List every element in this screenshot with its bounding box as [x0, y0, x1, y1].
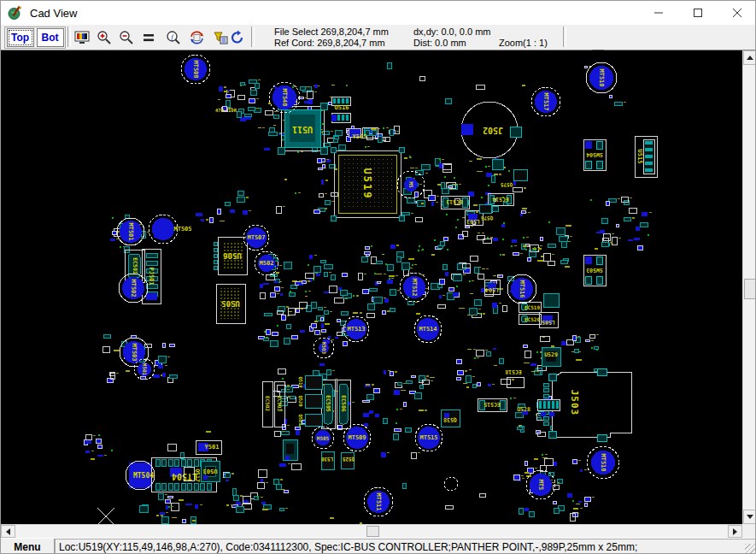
- board-part[interactable]: [286, 444, 294, 454]
- board-part[interactable]: [543, 293, 559, 307]
- component-EC506[interactable]: EC506: [340, 395, 347, 412]
- rotate-view-button[interactable]: [186, 27, 207, 47]
- component-MT516[interactable]: MT516: [507, 274, 536, 304]
- board-part[interactable]: [331, 147, 336, 152]
- horizontal-scrollbar[interactable]: [1, 524, 742, 539]
- component-L503[interactable]: L503: [466, 218, 480, 225]
- component-EC505[interactable]: EC505: [325, 395, 331, 412]
- board-part[interactable]: [541, 412, 546, 416]
- component-PJ501[interactable]: PJ501: [148, 267, 155, 285]
- board-part[interactable]: [203, 475, 208, 480]
- board-part[interactable]: [507, 377, 524, 387]
- board-part[interactable]: [549, 412, 554, 416]
- component-10R[interactable]: 10R: [228, 108, 237, 113]
- scroll-left-button[interactable]: [1, 525, 15, 538]
- board-part[interactable]: [552, 372, 631, 437]
- component-J503[interactable]: J503: [569, 390, 580, 416]
- component-MT512[interactable]: MT512: [400, 273, 429, 302]
- component-L504[interactable]: L504: [485, 286, 499, 293]
- component-EC514[interactable]: EC514: [492, 196, 509, 203]
- board-part[interactable]: [372, 130, 376, 135]
- close-button[interactable]: [718, 1, 756, 25]
- component-U506[interactable]: U506: [223, 251, 242, 260]
- component-MT508[interactable]: MT508: [181, 55, 210, 84]
- board-part[interactable]: [214, 242, 217, 269]
- component-Q519[interactable]: Q519: [298, 376, 303, 387]
- vertical-scroll-thumb[interactable]: [744, 279, 756, 299]
- board-part[interactable]: [305, 414, 322, 426]
- board-part[interactable]: [596, 276, 602, 284]
- component-EC501[interactable]: EC501: [132, 257, 138, 274]
- board-part[interactable]: [305, 375, 322, 389]
- component-U529[interactable]: U529: [544, 351, 558, 358]
- component-MT515[interactable]: MT515: [415, 424, 442, 451]
- resize-grip[interactable]: [745, 544, 756, 554]
- component-SW504[interactable]: SW504: [586, 151, 603, 158]
- component-Q525[interactable]: Q525: [342, 457, 355, 463]
- board-part[interactable]: [597, 434, 607, 441]
- board-part[interactable]: [537, 399, 560, 410]
- component-U528[interactable]: U528: [517, 406, 530, 413]
- component-MT507[interactable]: MT507: [243, 225, 269, 250]
- board-part[interactable]: [548, 431, 556, 438]
- component-L530[interactable]: L530: [320, 457, 333, 463]
- component-MT502[interactable]: MT502: [119, 274, 148, 303]
- top-view-button[interactable]: Top: [7, 28, 34, 47]
- component-MT518[interactable]: MT518: [587, 446, 619, 479]
- component-M502[interactable]: M502: [255, 251, 278, 275]
- pcb-board-view[interactable]: U511U516Y505U519J502U506U505PJ501EC501LT…: [1, 50, 742, 524]
- component-U511[interactable]: U511: [292, 125, 313, 134]
- component-Q517[interactable]: Q517: [194, 469, 201, 482]
- component-U519[interactable]: U519: [361, 168, 373, 200]
- component-EC502[interactable]: EC502: [265, 396, 271, 411]
- component-U516[interactable]: U516: [335, 104, 349, 111]
- component-Q521[interactable]: Q521: [298, 414, 303, 426]
- scroll-up-button[interactable]: [743, 50, 756, 65]
- component-M505[interactable]: M505: [312, 427, 334, 449]
- board-part[interactable]: [548, 374, 556, 380]
- board-part[interactable]: [597, 368, 607, 375]
- board-canvas[interactable]: U511U516Y505U519J502U506U505PJ501EC501LT…: [1, 50, 742, 524]
- component-EC520[interactable]: EC520: [525, 316, 540, 322]
- zoom-in-button[interactable]: [94, 27, 114, 47]
- board-part[interactable]: [320, 103, 327, 109]
- component-MT505[interactable]: MT505: [149, 215, 192, 244]
- component-EC518[interactable]: EC518: [505, 368, 522, 375]
- board-part[interactable]: [305, 394, 322, 408]
- board-part[interactable]: [585, 256, 592, 264]
- display-settings-button[interactable]: [72, 27, 92, 47]
- board-part[interactable]: [596, 161, 602, 168]
- component-Q538[interactable]: Q538: [443, 416, 457, 423]
- component-U515[interactable]: U515: [636, 150, 643, 164]
- board-part[interactable]: [320, 147, 327, 154]
- bottom-view-button[interactable]: Bot: [37, 28, 64, 47]
- board-part[interactable]: [146, 293, 157, 300]
- component-MT513[interactable]: MT513: [343, 316, 369, 342]
- component-MT514[interactable]: MT514: [414, 315, 442, 343]
- find-button[interactable]: f: [163, 27, 184, 47]
- board-part[interactable]: [510, 127, 521, 137]
- board-part[interactable]: [585, 141, 592, 149]
- component-MT501[interactable]: MT501: [117, 218, 144, 245]
- board-part[interactable]: [285, 456, 290, 460]
- board-part[interactable]: [479, 400, 484, 410]
- component-MT5[interactable]: MT5: [526, 470, 555, 499]
- component-MT517[interactable]: MT517: [531, 87, 560, 116]
- component-Q576[interactable]: Q576: [480, 215, 493, 221]
- board-part[interactable]: [399, 215, 404, 221]
- component-MT511[interactable]: MT511: [364, 487, 393, 516]
- board-part[interactable]: [278, 147, 284, 154]
- minimize-button[interactable]: [639, 1, 678, 25]
- component-MT504[interactable]: MT504: [133, 472, 154, 480]
- refresh-button[interactable]: [227, 27, 248, 47]
- menu-button[interactable]: Menu: [1, 539, 55, 554]
- maximize-button[interactable]: [678, 1, 718, 25]
- component-SW503[interactable]: SW503: [586, 267, 603, 274]
- horizontal-scroll-thumb[interactable]: [366, 526, 379, 537]
- board-part[interactable]: [585, 161, 591, 168]
- scroll-down-button[interactable]: [743, 510, 756, 524]
- component-Y505[interactable]: Y505: [353, 133, 367, 140]
- board-part[interactable]: [399, 147, 404, 152]
- board-part[interactable]: [643, 139, 654, 174]
- component-J502[interactable]: J502: [483, 126, 503, 135]
